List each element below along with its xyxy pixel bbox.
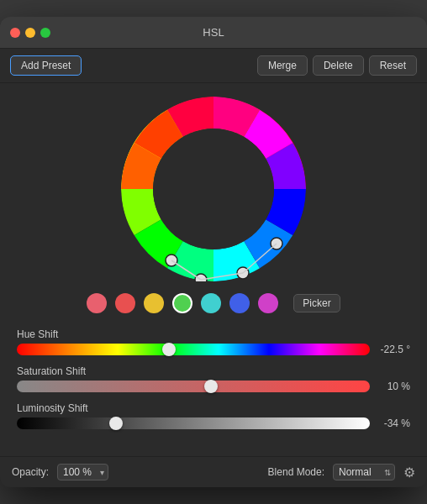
picker-button[interactable]: Picker [293,294,340,312]
hue-shift-row: Hue Shift -22.5 ° [17,328,410,355]
swatch-red[interactable] [115,293,135,313]
blend-mode-label: Blend Mode: [268,466,324,478]
traffic-lights [10,28,50,38]
footer: Opacity: 100 % 75 % 50 % 25 % ▾ Blend Mo… [0,456,427,487]
color-wheel[interactable] [121,97,306,281]
add-preset-button[interactable]: Add Preset [10,55,82,76]
luminosity-shift-row: Luminosity Shift -34 % [17,402,410,429]
merge-button[interactable]: Merge [257,55,308,76]
window-title: HSL [203,26,224,39]
saturation-shift-value: 10 % [377,381,410,392]
hue-shift-thumb[interactable] [162,343,176,356]
title-bar: HSL [0,17,427,49]
saturation-shift-track-row: 10 % [17,381,410,392]
color-wheel-container [17,97,410,281]
swatch-cyan[interactable] [201,293,221,313]
opacity-select-wrapper: 100 % 75 % 50 % 25 % ▾ [57,464,108,480]
color-wheel-svg [121,97,306,281]
toolbar: Add Preset Merge Delete Reset [0,49,427,83]
blend-mode-select-wrapper: Normal Multiply Screen Overlay Darken Li… [333,464,395,480]
luminosity-shift-value: -34 % [377,417,410,429]
swatch-yellow[interactable] [144,293,164,313]
minimize-button[interactable] [25,28,35,38]
maximize-button[interactable] [40,28,50,38]
saturation-shift-row: Saturation Shift 10 % [17,365,410,392]
opacity-label: Opacity: [12,466,49,478]
luminosity-shift-track-row: -34 % [17,417,410,429]
hue-shift-slider[interactable] [17,344,370,355]
luminosity-shift-label: Luminosity Shift [17,402,410,414]
swatch-magenta[interactable] [258,293,278,313]
saturation-shift-slider[interactable] [17,381,370,392]
close-button[interactable] [10,28,20,38]
swatch-green[interactable] [172,293,192,313]
blend-mode-select[interactable]: Normal Multiply Screen Overlay Darken Li… [333,464,395,480]
swatch-blue[interactable] [229,293,250,313]
main-content: Picker Hue Shift -22.5 ° Saturation Shif… [0,83,427,453]
saturation-shift-thumb[interactable] [204,380,218,393]
svg-point-0 [153,129,274,249]
delete-button[interactable]: Delete [313,55,364,76]
gear-icon[interactable]: ⚙ [403,465,415,480]
main-window: HSL Add Preset Merge Delete Reset [0,17,427,487]
luminosity-shift-thumb[interactable] [109,417,123,430]
opacity-select[interactable]: 100 % 75 % 50 % 25 % [57,464,108,480]
swatch-red-pink[interactable] [87,293,107,313]
hue-shift-label: Hue Shift [17,328,410,340]
reset-button[interactable]: Reset [369,55,417,76]
hue-shift-value: -22.5 ° [377,344,410,355]
hue-shift-track-row: -22.5 ° [17,344,410,355]
saturation-shift-label: Saturation Shift [17,365,410,377]
swatches-row: Picker [17,293,410,313]
luminosity-shift-slider[interactable] [17,417,370,429]
